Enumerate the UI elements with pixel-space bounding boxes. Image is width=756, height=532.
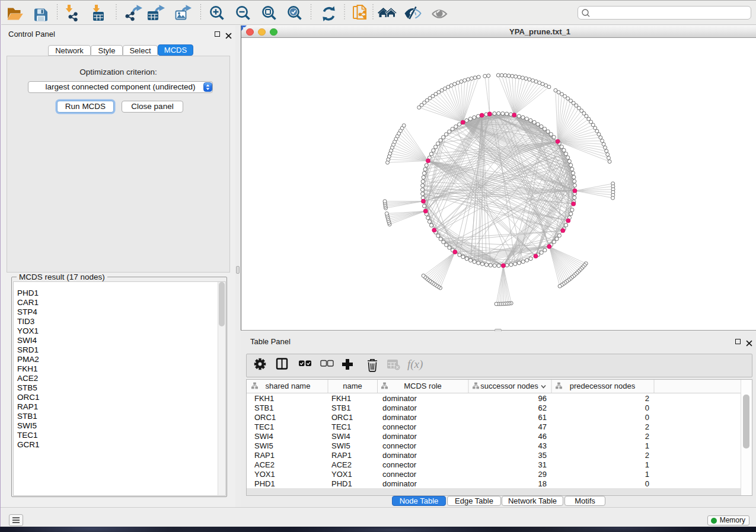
svg-text:name: name <box>343 382 362 390</box>
svg-text:MCDS role: MCDS role <box>404 382 442 390</box>
svg-text:shared name: shared name <box>266 382 311 390</box>
svg-text:f(x): f(x) <box>407 358 423 371</box>
svg-text:predecessor nodes: predecessor nodes <box>570 382 636 390</box>
svg-text:successor nodes: successor nodes <box>480 382 538 390</box>
